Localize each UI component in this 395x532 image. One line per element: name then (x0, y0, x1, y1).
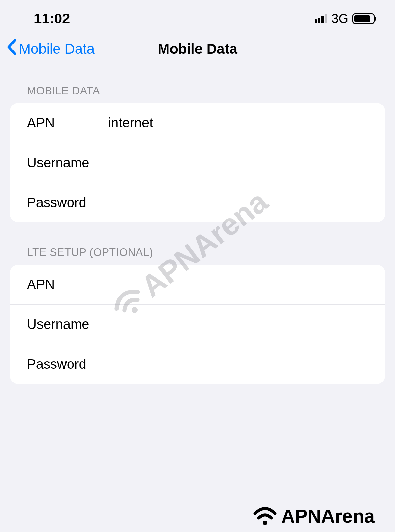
row-lte-password[interactable]: Password (10, 344, 385, 384)
bottom-logo: APNArena (252, 505, 375, 527)
row-label-lte-username: Username (27, 317, 108, 332)
row-password[interactable]: Password (10, 183, 385, 222)
page-title: Mobile Data (158, 41, 237, 57)
row-label-lte-apn: APN (27, 277, 108, 292)
lte-username-input[interactable] (108, 317, 368, 332)
lte-password-input[interactable] (108, 357, 368, 372)
back-button[interactable]: Mobile Data (7, 39, 95, 59)
section-lte-setup: LTE SETUP (OPTIONAL) APN Username Passwo… (10, 246, 385, 384)
row-username[interactable]: Username (10, 143, 385, 183)
row-label-lte-password: Password (27, 357, 108, 372)
signal-icon (315, 14, 327, 23)
section-header-lte-setup: LTE SETUP (OPTIONAL) (10, 246, 385, 265)
section-group-lte-setup: APN Username Password (10, 265, 385, 384)
back-label: Mobile Data (19, 41, 95, 57)
row-lte-username[interactable]: Username (10, 305, 385, 344)
status-time: 11:02 (34, 10, 70, 27)
status-bar: 11:02 3G (0, 0, 395, 34)
password-input[interactable] (108, 195, 368, 210)
row-label-username: Username (27, 155, 108, 170)
row-label-apn: APN (27, 115, 108, 130)
apn-input[interactable] (108, 115, 368, 130)
username-input[interactable] (108, 155, 368, 170)
row-lte-apn[interactable]: APN (10, 265, 385, 305)
section-header-mobile-data: MOBILE DATA (10, 84, 385, 103)
svg-point-1 (263, 520, 267, 525)
battery-icon (352, 13, 375, 24)
network-type: 3G (331, 11, 348, 26)
lte-apn-input[interactable] (108, 277, 368, 292)
status-right: 3G (315, 11, 375, 26)
nav-bar: Mobile Data Mobile Data (0, 34, 395, 68)
content: MOBILE DATA APN Username Password LTE SE… (0, 68, 395, 384)
row-apn[interactable]: APN (10, 103, 385, 143)
chevron-left-icon (7, 39, 17, 59)
row-label-password: Password (27, 195, 108, 210)
bottom-logo-text: APNArena (281, 505, 375, 527)
section-mobile-data: MOBILE DATA APN Username Password (10, 84, 385, 222)
wifi-icon (252, 506, 279, 526)
section-group-mobile-data: APN Username Password (10, 103, 385, 222)
